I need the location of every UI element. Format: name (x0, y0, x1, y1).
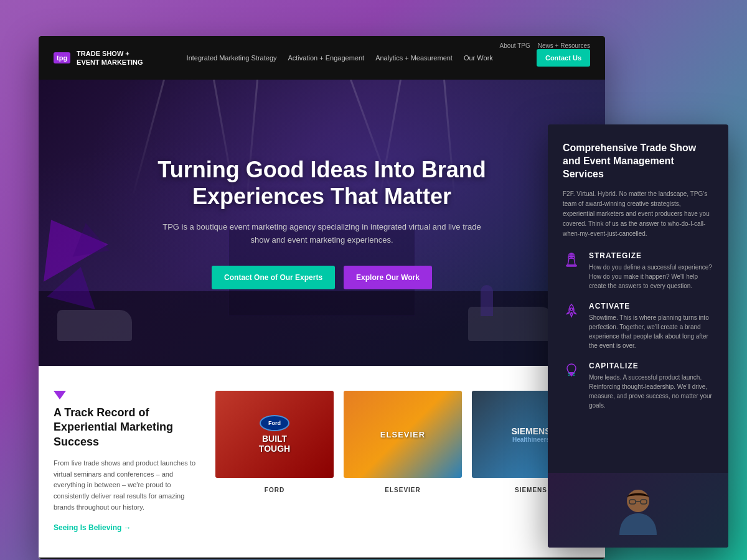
svg-point-4 (570, 308, 573, 310)
lightbulb-icon (563, 362, 580, 410)
track-record-desc: From live trade shows and product launch… (54, 458, 203, 513)
nav-link-ourwork[interactable]: Our Work (464, 54, 493, 62)
case-studies: Ford BUILTTOUGH FORD ELSEVIER ELSEVIER S… (215, 391, 590, 533)
logo-box: tpg (54, 52, 70, 63)
capitalize-name: CAPITALIZE (589, 362, 713, 370)
nav-link-activation[interactable]: Activation + Engagement (288, 54, 365, 62)
nav-logo-area: tpg TRADE SHOW + EVENT MARKETING (54, 49, 143, 67)
elsevier-image: ELSEVIER (344, 391, 462, 478)
news-resources-link[interactable]: News + Resources (538, 42, 590, 49)
hero-content: Turning Good Ideas Into Brand Experience… (39, 156, 605, 289)
person-photo-svg (607, 479, 669, 541)
ford-oval: Ford (260, 415, 289, 431)
svg-point-10 (573, 375, 575, 376)
svg-point-12 (568, 373, 570, 374)
elsevier-text: ELSEVIER (380, 430, 425, 439)
speaker-silhouette (481, 285, 493, 316)
strategize-content: STRATEGIZE How do you define a successfu… (589, 251, 713, 291)
ford-logo: Ford BUILTTOUGH (259, 415, 290, 454)
nav-top-links: About TPG News + Resources (500, 42, 591, 49)
browser-window: About TPG News + Resources tpg TRADE SHO… (39, 36, 605, 559)
strategize-name: STRATEGIZE (589, 251, 713, 260)
service-capitalize: CAPITALIZE More leads. A successful prod… (563, 362, 713, 410)
nav-link-marketing[interactable]: Integrated Marketing Strategy (187, 54, 277, 62)
side-panel-photo (548, 473, 728, 548)
elsevier-label: ELSEVIER (385, 487, 420, 493)
activate-desc: Showtime. This is where planning turns i… (589, 313, 713, 350)
brand-name: TRADE SHOW + EVENT MARKETING (77, 49, 143, 67)
contact-experts-button[interactable]: Contact One of Our Experts (212, 266, 335, 289)
track-record-title: A Track Record of Experiential Marketing… (54, 406, 203, 449)
case-card-ford[interactable]: Ford BUILTTOUGH FORD (215, 391, 334, 533)
strategize-desc: How do you define a successful experienc… (589, 263, 713, 291)
activate-svg (564, 303, 579, 318)
hero-section: Turning Good Ideas Into Brand Experience… (39, 80, 605, 366)
track-record-block: A Track Record of Experiential Marketing… (54, 391, 203, 533)
explore-work-button[interactable]: Explore Our Work (344, 266, 432, 289)
activate-name: ACTIVATE (589, 302, 713, 310)
svg-point-9 (568, 375, 570, 376)
capitalize-content: CAPITALIZE More leads. A successful prod… (589, 362, 713, 410)
ford-image: Ford BUILTTOUGH (215, 391, 334, 478)
rocket-icon (563, 302, 580, 350)
white-section: A Track Record of Experiential Marketing… (39, 366, 605, 558)
case-card-elsevier[interactable]: ELSEVIER ELSEVIER (344, 391, 462, 533)
siemens-brand-name: SIEMENS (511, 426, 550, 436)
nav-link-analytics[interactable]: Analytics + Measurement (375, 54, 453, 62)
dark-bottom-bar (39, 558, 605, 559)
capitalize-svg (564, 363, 579, 378)
navigation-wrapper: About TPG News + Resources tpg TRADE SHO… (39, 36, 605, 80)
service-activate: ACTIVATE Showtime. This is where plannin… (563, 302, 713, 350)
hero-buttons: Contact One of Our Experts Explore Our W… (101, 266, 543, 289)
activate-content: ACTIVATE Showtime. This is where plannin… (589, 302, 713, 350)
hero-title: Turning Good Ideas Into Brand Experience… (101, 156, 543, 210)
about-tpg-link[interactable]: About TPG (500, 42, 530, 49)
ford-label: FORD (265, 487, 284, 493)
contact-us-button[interactable]: Contact Us (537, 49, 590, 67)
siemens-brand-block: SIEMENS Healthineers (511, 426, 550, 443)
svg-point-5 (571, 312, 573, 314)
siemens-label: SIEMENS (515, 487, 547, 493)
ford-tough-text: BUILTTOUGH (259, 434, 290, 454)
nav-links: Integrated Marketing Strategy Activation… (187, 54, 493, 62)
capitalize-desc: More leads. A successful product launch.… (589, 373, 713, 410)
svg-point-13 (627, 490, 649, 512)
siemens-sub-name: Healthineers (511, 436, 550, 443)
arrow-icon (54, 391, 66, 399)
svg-point-11 (573, 373, 575, 374)
seeing-is-believing-link[interactable]: Seeing Is Believing → (54, 523, 131, 532)
hero-subtitle: TPG is a boutique event marketing agency… (160, 221, 484, 247)
